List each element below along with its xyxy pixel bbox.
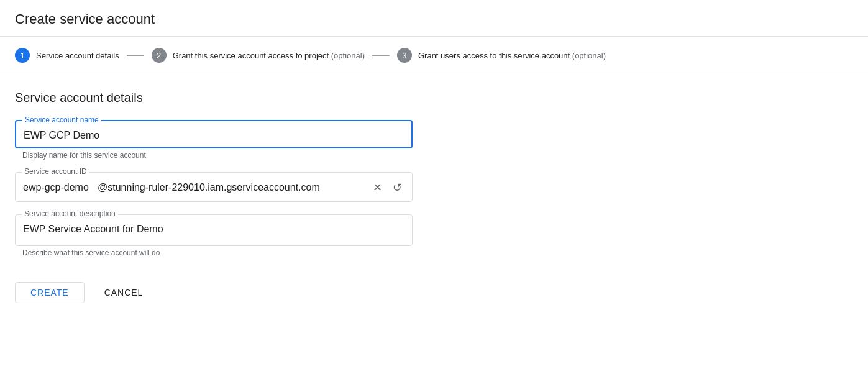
page-title: Create service account	[15, 11, 853, 27]
id-field-group: Service account ID ewp-gcp-demo @stunnin…	[15, 172, 413, 202]
service-account-name-input[interactable]	[16, 121, 411, 147]
create-button[interactable]: CREATE	[15, 282, 85, 303]
refresh-icon: ↻	[393, 181, 402, 194]
id-field-container: Service account ID ewp-gcp-demo @stunnin…	[15, 172, 413, 202]
service-account-description-input[interactable]	[16, 215, 412, 244]
description-field-hint: Describe what this service account will …	[15, 248, 413, 257]
step-divider-1	[127, 55, 144, 56]
name-field-container: Service account name	[15, 120, 413, 148]
step-2-label: Grant this service account access to pro…	[173, 51, 365, 60]
step-2-number: 2	[152, 48, 167, 63]
description-field-label: Service account description	[22, 209, 118, 218]
description-field-container: Service account description	[15, 214, 413, 246]
step-3-number: 3	[397, 48, 412, 63]
stepper: 1 Service account details 2 Grant this s…	[0, 37, 868, 73]
name-field-label: Service account name	[22, 116, 101, 124]
description-field-group: Service account description Describe wha…	[15, 214, 413, 257]
id-field-label: Service account ID	[22, 167, 89, 176]
main-content: Service account details Service account …	[0, 73, 868, 318]
refresh-id-button[interactable]: ↻	[390, 180, 404, 195]
page-header: Create service account	[0, 0, 868, 37]
step-1-label: Service account details	[36, 51, 119, 60]
cancel-button[interactable]: CANCEL	[89, 283, 158, 303]
step-1: 1 Service account details	[15, 48, 119, 63]
id-icons: ✕ ↻	[370, 180, 404, 195]
step-divider-2	[372, 55, 390, 56]
name-field-hint: Display name for this service account	[15, 151, 413, 160]
step-3-optional: (optional)	[572, 51, 606, 60]
step-3-label: Grant users access to this service accou…	[418, 51, 606, 60]
step-2: 2 Grant this service account access to p…	[152, 48, 365, 63]
action-bar: CREATE CANCEL	[15, 282, 853, 303]
step-2-optional: (optional)	[331, 51, 365, 60]
clear-id-button[interactable]: ✕	[370, 180, 385, 195]
id-value: ewp-gcp-demo	[23, 182, 98, 193]
id-field-inner: ewp-gcp-demo @stunning-ruler-229010.iam.…	[16, 173, 412, 201]
section-title: Service account details	[15, 91, 853, 105]
name-field-group: Service account name Display name for th…	[15, 120, 413, 160]
id-domain: @stunning-ruler-229010.iam.gserviceaccou…	[98, 182, 365, 193]
step-3: 3 Grant users access to this service acc…	[397, 48, 606, 63]
step-1-number: 1	[15, 48, 30, 63]
